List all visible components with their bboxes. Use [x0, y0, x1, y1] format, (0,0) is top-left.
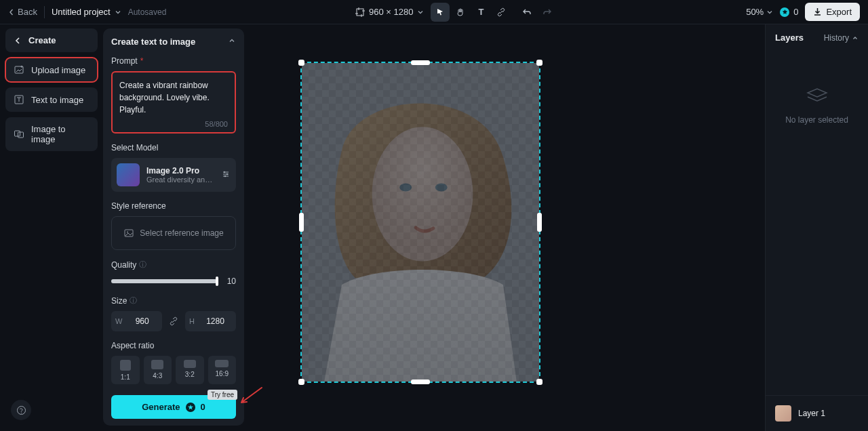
right-panel: Layers History No layer selected Layer 1	[765, 24, 868, 431]
prompt-input[interactable]: Create a vibrant rainbow background. Lov…	[111, 71, 236, 134]
chevron-down-icon	[115, 9, 121, 16]
style-reference-picker[interactable]: Select reference image	[111, 216, 236, 250]
resize-handle-s[interactable]	[411, 379, 430, 384]
link-icon	[496, 7, 506, 17]
canvas-dimensions[interactable]: 960 × 1280	[355, 7, 424, 17]
create-header[interactable]: Create	[5, 28, 98, 52]
svg-point-12	[399, 183, 412, 191]
mode-text-to-image[interactable]: Text to image	[5, 87, 98, 112]
quality-label: Qualityⓘ	[111, 260, 236, 270]
resize-handle-se[interactable]	[536, 379, 542, 385]
credits-display[interactable]: 0	[780, 7, 798, 17]
svg-point-9	[127, 232, 128, 233]
divider	[44, 6, 45, 18]
history-button[interactable]: History	[824, 33, 859, 43]
aspect-4-3[interactable]: 4:3	[144, 356, 172, 384]
svg-point-7	[224, 175, 226, 176]
layer-name: Layer 1	[798, 409, 825, 418]
hand-tool[interactable]	[451, 3, 470, 22]
back-label: Back	[18, 7, 37, 17]
try-free-badge: Try free	[208, 390, 237, 400]
back-button[interactable]: Back	[8, 7, 37, 17]
annotation-arrow-icon	[237, 386, 263, 407]
prompt-label: Prompt*	[111, 56, 236, 66]
layer-list: Layer 1	[766, 395, 868, 431]
project-name[interactable]: Untitled project	[52, 7, 121, 17]
credit-icon: ★	[186, 403, 195, 412]
resize-handle-nw[interactable]	[298, 60, 304, 66]
height-input[interactable]: H 1280	[185, 311, 236, 331]
resize-handle-e[interactable]	[537, 213, 542, 232]
resize-handle-sw[interactable]	[298, 379, 304, 385]
layer-item[interactable]: Layer 1	[772, 401, 861, 426]
model-settings[interactable]	[221, 169, 231, 181]
panel-title: Create text to image	[111, 37, 195, 47]
export-button[interactable]: Export	[805, 3, 860, 21]
crop-icon	[355, 7, 365, 17]
aspect-1-1[interactable]: 1:1	[111, 356, 140, 384]
aspect-16-9[interactable]: 16:9	[208, 356, 237, 384]
svg-point-6	[226, 173, 228, 174]
width-input[interactable]: W 960	[111, 311, 162, 331]
prompt-text: Create a vibrant rainbow background. Lov…	[119, 79, 228, 116]
aspect-ratio-label: Aspect ratio	[111, 341, 236, 350]
quality-slider[interactable]	[111, 279, 217, 283]
autosave-status: Autosaved	[128, 7, 167, 17]
svg-rect-0	[357, 9, 363, 16]
model-desc: Great diversity and p…	[146, 176, 214, 184]
text-icon: T	[478, 7, 484, 17]
cursor-icon	[435, 7, 445, 17]
svg-rect-4	[18, 132, 24, 138]
model-name: Image 2.0 Pro	[146, 166, 214, 176]
chevron-down-icon	[417, 9, 424, 16]
text-tool[interactable]: T	[471, 3, 490, 22]
canvas-image	[302, 63, 539, 382]
canvas[interactable]	[244, 24, 765, 431]
svg-point-13	[435, 183, 448, 191]
select-tool[interactable]	[431, 3, 450, 22]
sliders-icon	[221, 169, 231, 179]
selection-frame[interactable]	[300, 62, 540, 383]
mode-label: Text to image	[31, 95, 83, 105]
link-dimensions[interactable]	[166, 316, 181, 326]
resize-handle-ne[interactable]	[536, 60, 542, 66]
tool-group: T	[431, 3, 511, 22]
help-button[interactable]	[11, 400, 31, 420]
undo-icon	[522, 7, 532, 17]
undo-button[interactable]	[517, 3, 536, 22]
image-to-image-icon	[14, 129, 24, 140]
svg-rect-3	[15, 131, 20, 136]
chevron-down-icon	[766, 9, 773, 16]
redo-button[interactable]	[538, 3, 557, 22]
link-tool[interactable]	[492, 3, 511, 22]
left-column: Create Upload image Text to image Image …	[0, 24, 103, 431]
top-bar: Back Untitled project Autosaved 960 × 12…	[0, 0, 868, 24]
layers-title: Layers	[775, 33, 804, 43]
text-to-image-icon	[14, 94, 24, 105]
layer-empty-state: No layer selected	[766, 51, 868, 395]
download-icon	[813, 7, 822, 16]
chevron-left-icon	[8, 9, 15, 16]
collapse-panel[interactable]	[228, 37, 236, 47]
credit-icon	[780, 7, 789, 17]
create-panel: Create text to image Prompt* Create a vi…	[103, 28, 244, 426]
mode-label: Upload image	[31, 65, 85, 75]
mode-image-to-image[interactable]: Image to image	[5, 117, 98, 151]
size-label: Sizeⓘ	[111, 295, 236, 306]
svg-point-5	[224, 171, 225, 172]
quality-value: 10	[224, 276, 236, 286]
zoom-control[interactable]: 50%	[746, 7, 773, 17]
svg-point-11	[372, 127, 473, 261]
main: Create Upload image Text to image Image …	[0, 24, 868, 431]
chevron-up-icon	[228, 37, 236, 45]
empty-layer-icon	[805, 85, 829, 107]
model-selector[interactable]: Image 2.0 Pro Great diversity and p…	[111, 158, 236, 192]
char-count: 58/800	[205, 120, 228, 128]
upload-image-icon	[14, 64, 24, 75]
resize-handle-n[interactable]	[411, 60, 430, 65]
style-label: Style reference	[111, 201, 236, 211]
mode-upload-image[interactable]: Upload image	[5, 58, 98, 82]
chevron-up-icon	[852, 35, 859, 41]
aspect-3-2[interactable]: 3:2	[176, 356, 204, 384]
resize-handle-w[interactable]	[299, 213, 304, 232]
